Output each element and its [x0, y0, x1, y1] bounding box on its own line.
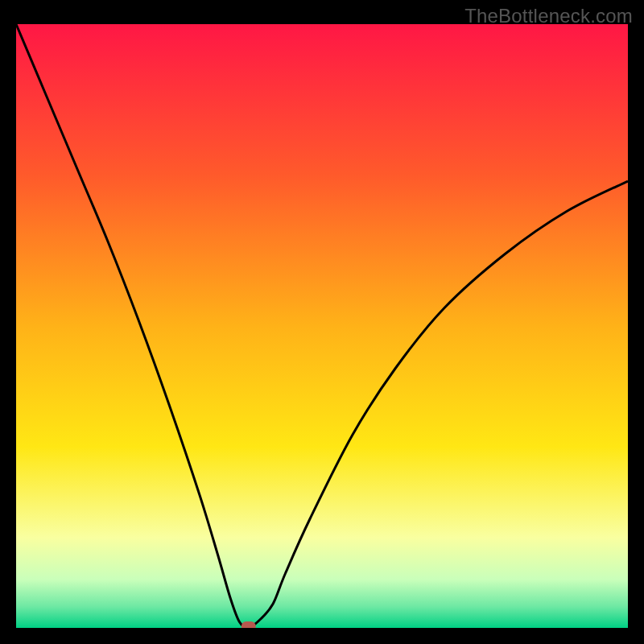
watermark-text: TheBottleneck.com [464, 5, 633, 27]
minimum-marker [242, 621, 256, 628]
chart-svg [16, 24, 628, 628]
gradient-background [16, 24, 628, 628]
plot-area [16, 24, 628, 628]
chart-frame: TheBottleneck.com [0, 0, 644, 644]
